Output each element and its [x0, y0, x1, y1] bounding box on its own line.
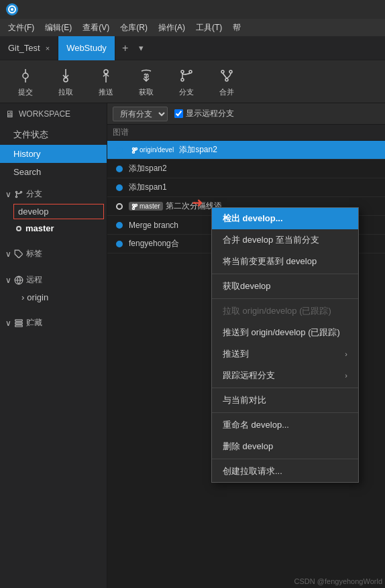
sidebar-search[interactable]: Search — [0, 163, 107, 181]
push-to-label: 推送到 — [223, 348, 249, 360]
sidebar-file-status[interactable]: 文件状态 — [0, 125, 107, 145]
commit-label: 提交 — [18, 87, 33, 97]
context-menu-delete[interactable]: 删除 develop — [212, 436, 358, 457]
svg-line-19 — [223, 73, 227, 78]
context-menu-checkout[interactable]: 检出 develop... — [212, 208, 358, 229]
svg-rect-26 — [15, 319, 23, 320]
svg-point-21 — [20, 191, 21, 192]
main-area: 🖥 WORKSPACE 文件状态 History Search ∨ 分支 dev… — [0, 103, 385, 588]
stash-header[interactable]: ∨ 贮藏 — [0, 314, 107, 332]
remotes-header[interactable]: ∨ 远程 — [0, 271, 107, 289]
context-menu-fetch[interactable]: 获取develop — [212, 276, 358, 297]
commit-graph-2 — [110, 166, 129, 172]
menu-repo[interactable]: 仓库(R) — [115, 21, 153, 35]
context-menu-compare[interactable]: 与当前对比 — [212, 390, 358, 411]
svg-point-29 — [133, 148, 135, 150]
tag-section-icon — [14, 249, 23, 259]
tab-git-test-close[interactable]: × — [46, 44, 50, 52]
stash-section-icon — [14, 318, 23, 328]
commit-graph-1 — [110, 147, 129, 154]
svg-point-14 — [181, 78, 184, 81]
commit-dot-1 — [116, 147, 123, 154]
branch-select[interactable]: 所有分支 — [113, 107, 168, 121]
tags-label: 标签 — [26, 248, 42, 259]
toolbar-fetch-button[interactable]: 获取 — [126, 63, 166, 101]
toolbar-commit-button[interactable]: 提交 — [5, 63, 46, 101]
branches-header[interactable]: ∨ 分支 — [0, 185, 107, 203]
rebase-label: 将当前变更基到 develop — [223, 255, 317, 268]
remotes-label: 远程 — [26, 274, 42, 286]
commit-dot-4 — [116, 203, 123, 210]
branch-tag-icon — [131, 147, 138, 154]
tab-git-test[interactable]: Git_Test × — [0, 36, 58, 60]
commit-row[interactable]: 添加span1 — [107, 178, 385, 197]
context-menu-push-to[interactable]: 推送到 › — [212, 343, 358, 365]
sidebar-remote-origin[interactable]: › origin — [0, 289, 107, 306]
toolbar: 提交 拉取 推送 获取 分支 合并 — [0, 60, 385, 103]
show-remote-checkbox[interactable] — [174, 109, 183, 118]
arrow-annotation: ➜ — [192, 194, 203, 211]
toolbar-merge-button[interactable]: 合并 — [207, 63, 247, 101]
push-icon — [97, 66, 115, 85]
context-menu-merge[interactable]: 合并 develop 至当前分支 — [212, 229, 358, 251]
context-menu-track-remote[interactable]: 跟踪远程分支 › — [212, 365, 358, 386]
commit-graph-5 — [110, 222, 129, 229]
commit-graph-4 — [110, 203, 129, 210]
tab-dropdown[interactable]: ▾ — [135, 43, 148, 53]
menu-tools[interactable]: 工具(T) — [190, 21, 227, 35]
svg-point-17 — [229, 70, 232, 73]
track-remote-arrow: › — [345, 371, 347, 379]
graph-header: 图谱 — [107, 125, 385, 141]
context-menu-sep5 — [212, 459, 358, 459]
toolbar-branch-button[interactable]: 分支 — [166, 63, 207, 101]
menu-action[interactable]: 操作(A) — [153, 21, 190, 35]
show-remote-label[interactable]: 显示远程分支 — [174, 108, 234, 119]
commit-label-1: origin/devel 添加span2 — [129, 144, 382, 156]
branch-master-label: master — [25, 223, 54, 233]
commit-row[interactable]: 添加span2 — [107, 160, 385, 178]
menu-edit[interactable]: 编辑(E) — [40, 21, 77, 35]
commit-row[interactable]: origin/devel 添加span2 — [107, 141, 385, 160]
svg-point-2 — [11, 8, 13, 11]
push-label: 推送 — [99, 87, 113, 97]
branch-toolbar-icon — [177, 66, 196, 85]
context-menu-rebase[interactable]: 将当前变更基到 develop — [212, 251, 358, 272]
tab-webstudy[interactable]: WebStudy — [58, 36, 115, 60]
context-menu-sep2 — [212, 298, 358, 299]
svg-point-18 — [225, 78, 228, 81]
menu-view[interactable]: 查看(V) — [77, 21, 115, 35]
sidebar-branch-master[interactable]: master — [0, 220, 107, 237]
toolbar-pull-button[interactable]: 拉取 — [46, 63, 86, 101]
merge-icon — [217, 66, 236, 85]
menu-help[interactable]: 帮 — [227, 21, 246, 35]
svg-point-31 — [133, 151, 135, 153]
checkout-label: 检出 develop... — [223, 213, 283, 225]
tab-add-button[interactable]: + — [115, 42, 135, 54]
sidebar-branch-develop[interactable]: develop — [13, 204, 104, 219]
toolbar-push-button[interactable]: 推送 — [86, 63, 126, 101]
context-menu-rename[interactable]: 重命名 develop... — [212, 414, 358, 436]
context-menu: ➜ 检出 develop... 合并 develop 至当前分支 将当前变更基到… — [211, 207, 359, 483]
merge-label: 合并 — [219, 87, 234, 97]
sidebar: 🖥 WORKSPACE 文件状态 History Search ∨ 分支 dev… — [0, 103, 107, 588]
branches-label: 分支 — [26, 188, 42, 200]
right-panel: 所有分支 显示远程分支 图谱 origin/devel — [107, 103, 385, 588]
svg-point-13 — [189, 70, 192, 73]
svg-point-33 — [133, 204, 135, 206]
tags-header[interactable]: ∨ 标签 — [0, 245, 107, 263]
svg-point-12 — [181, 70, 184, 73]
context-menu-sep3 — [212, 388, 358, 388]
workspace-header: 🖥 WORKSPACE — [0, 103, 107, 125]
menu-file[interactable]: 文件(F) — [3, 21, 40, 35]
svg-point-20 — [15, 191, 17, 192]
push-tracked-label: 推送到 origin/develop (已跟踪) — [223, 327, 340, 339]
track-remote-label: 跟踪远程分支 — [223, 369, 275, 381]
compare-label: 与当前对比 — [223, 394, 266, 406]
pull-tracked-label: 拉取 origin/develop (已跟踪) — [223, 305, 331, 317]
svg-point-34 — [135, 204, 138, 206]
tab-webstudy-label: WebStudy — [66, 43, 107, 53]
sidebar-history[interactable]: History — [0, 145, 107, 163]
context-menu-pr[interactable]: 创建拉取请求... — [212, 461, 358, 482]
graph-toolbar: 所有分支 显示远程分支 — [107, 103, 385, 125]
context-menu-push-tracked[interactable]: 推送到 origin/develop (已跟踪) — [212, 322, 358, 343]
